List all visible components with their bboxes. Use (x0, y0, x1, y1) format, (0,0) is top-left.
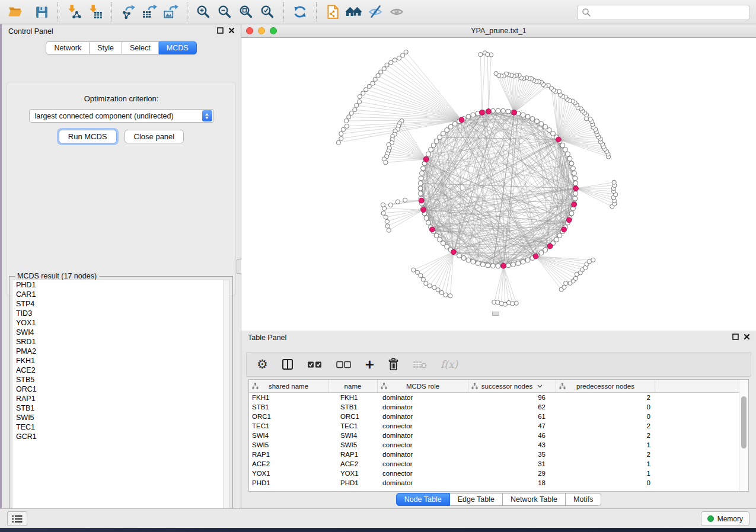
cell: dominator (378, 413, 468, 420)
minimize-window-icon[interactable] (258, 27, 265, 34)
mcds-result-item[interactable]: STB5 (12, 375, 229, 384)
table-row-tec1[interactable]: TEC1TEC1connector472 (249, 421, 748, 431)
run-mcds-button[interactable]: Run MCDS (59, 130, 117, 143)
mcds-result-item[interactable]: TID3 (12, 309, 229, 318)
close-table-panel-icon[interactable] (744, 334, 750, 340)
tab-select[interactable]: Select (122, 41, 159, 55)
cell: 2 (556, 394, 655, 401)
mcds-list-scrollbar[interactable] (223, 280, 229, 518)
zoom-in-icon[interactable] (193, 2, 214, 22)
export-image-icon[interactable] (160, 2, 181, 22)
table-scrollbar-thumb[interactable] (741, 396, 747, 448)
table-row-yox1[interactable]: YOX1YOX1connector291 (249, 469, 748, 478)
network-hub-node (419, 198, 424, 203)
open-session-icon[interactable] (5, 2, 26, 22)
cell: YOX1 (249, 470, 328, 477)
vertical-splitter-handle[interactable] (237, 259, 241, 274)
mcds-result-item[interactable]: STB1 (12, 403, 229, 413)
mcds-result-item[interactable]: PMA2 (12, 347, 229, 356)
deselect-all-icon[interactable] (336, 361, 352, 368)
network-hub-node (533, 254, 538, 259)
table-row-stb1[interactable]: STB1STB1dominator620 (249, 402, 748, 412)
memory-button[interactable]: Memory (701, 511, 749, 526)
save-session-icon[interactable] (31, 2, 52, 22)
zoom-selected-icon[interactable] (257, 2, 278, 22)
zoom-fit-icon[interactable] (235, 2, 257, 22)
cell: dominator (378, 451, 468, 458)
criterion-dropdown[interactable]: largest connected component (undirected) (29, 109, 214, 123)
table-row-swi5[interactable]: SWI5SWI5connector431 (249, 440, 748, 450)
network-overview-houses-icon[interactable] (343, 2, 365, 22)
table-row-orc1[interactable]: ORC1ORC1dominator610 (249, 412, 748, 421)
table-row-phd1[interactable]: PHD1PHD1dominator180 (249, 478, 748, 488)
show-eye-icon[interactable] (386, 2, 407, 22)
cell: RAP1 (249, 451, 328, 458)
table-row-fkh1[interactable]: FKH1FKH1dominator962 (249, 393, 748, 402)
toolbar-search[interactable] (577, 5, 750, 20)
add-column-plus-icon[interactable]: + (365, 358, 374, 370)
tab-network-table[interactable]: Network Table (503, 493, 566, 506)
cell: dominator (378, 394, 468, 401)
mcds-result-item[interactable]: FKH1 (12, 356, 229, 366)
table-row-rap1[interactable]: RAP1RAP1dominator352 (249, 450, 748, 459)
close-window-icon[interactable] (246, 27, 253, 34)
delete-column-trash-icon[interactable] (388, 358, 399, 371)
table-settings-gear-icon[interactable]: ⚙ (257, 358, 268, 370)
maximize-window-icon[interactable] (270, 27, 277, 34)
mcds-result-item[interactable]: ORC1 (12, 384, 229, 394)
float-table-panel-icon[interactable] (732, 334, 739, 340)
column-label: successor nodes (481, 383, 532, 390)
mcds-result-item[interactable]: CAR1 (12, 290, 229, 299)
import-network-icon[interactable] (63, 2, 85, 22)
tab-edge-table[interactable]: Edge Table (450, 493, 503, 506)
column-header-successor-nodes[interactable]: successor nodes (468, 380, 556, 392)
table-panel-title: Table Panel (248, 334, 286, 342)
refresh-view-icon[interactable] (289, 2, 311, 22)
import-table-icon[interactable] (85, 2, 106, 22)
mcds-result-item[interactable]: RAP1 (12, 394, 229, 403)
table-scrollbar[interactable] (739, 380, 748, 491)
search-input[interactable] (591, 7, 749, 18)
tab-node-table[interactable]: Node Table (396, 493, 450, 506)
horizontal-splitter-handle[interactable] (492, 312, 499, 316)
zoom-out-icon[interactable] (214, 2, 235, 22)
network-hub-node (459, 117, 464, 123)
tab-style[interactable]: Style (90, 41, 122, 55)
tab-motifs[interactable]: Motifs (566, 493, 601, 506)
float-panel-icon[interactable] (217, 27, 224, 34)
mcds-result-item[interactable]: SRD1 (12, 337, 229, 347)
table-row-ace2[interactable]: ACE2ACE2connector311 (249, 459, 748, 469)
mcds-result-title: MCDS result (17 nodes) (15, 272, 99, 280)
column-header-shared-name[interactable]: shared name (249, 380, 328, 392)
mcds-result-item[interactable]: GCR1 (12, 432, 229, 441)
cell: 1 (556, 470, 655, 477)
share-document-icon[interactable] (322, 2, 343, 22)
tab-network[interactable]: Network (46, 41, 90, 55)
mcds-result-list[interactable]: PHD1CAR1STP4TID3YOX1SWI4SRD1PMA2FKH1ACE2… (12, 280, 230, 519)
close-panel-button[interactable]: Close panel (125, 130, 184, 143)
mcds-result-item[interactable]: ACE2 (12, 366, 229, 375)
table-row-swi4[interactable]: SWI4SWI4dominator462 (249, 431, 748, 440)
column-header-name[interactable]: name (328, 380, 378, 392)
mcds-result-box: MCDS result (17 nodes) PHD1CAR1STP4TID3Y… (9, 276, 233, 522)
network-canvas[interactable] (241, 38, 756, 327)
export-network-icon[interactable] (117, 2, 139, 22)
optimization-criterion-label: Optimization criterion: (7, 94, 235, 103)
export-table-icon[interactable] (139, 2, 160, 22)
mcds-result-item[interactable]: SWI4 (12, 328, 229, 337)
network-hub-node (486, 109, 492, 114)
mcds-result-item[interactable]: PHD1 (12, 280, 229, 290)
toggle-columns-icon[interactable] (282, 358, 294, 370)
column-header-mcds-role[interactable]: MCDS role (378, 380, 468, 392)
close-panel-icon[interactable] (228, 27, 235, 34)
mcds-result-item[interactable]: YOX1 (12, 318, 229, 328)
mcds-result-item[interactable]: STP4 (12, 299, 229, 309)
hide-panels-eye-slash-icon[interactable] (365, 2, 386, 22)
column-header-predecessor-nodes[interactable]: predecessor nodes (556, 380, 655, 392)
cell: SWI5 (249, 441, 328, 448)
mcds-result-item[interactable]: SWI5 (12, 413, 229, 422)
tab-mcds[interactable]: MCDS (159, 41, 197, 55)
mcds-result-item[interactable]: TEC1 (12, 422, 229, 432)
select-all-icon[interactable] (307, 361, 323, 368)
show-tasks-list-button[interactable] (7, 511, 27, 526)
